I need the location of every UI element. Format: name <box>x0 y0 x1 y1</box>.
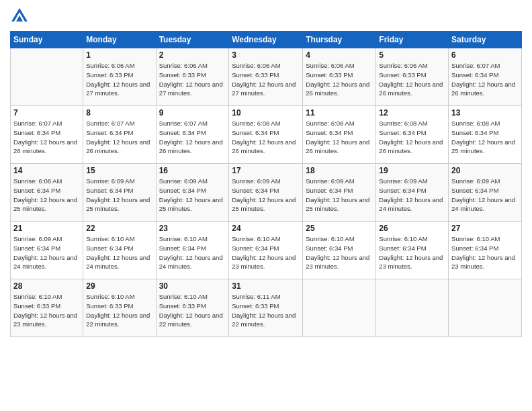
weekday-header-sunday: Sunday <box>11 32 83 48</box>
calendar-cell: 13Sunrise: 6:08 AMSunset: 6:34 PMDayligh… <box>449 106 522 164</box>
calendar-cell: 24Sunrise: 6:10 AMSunset: 6:34 PMDayligh… <box>229 222 303 279</box>
day-number: 8 <box>86 108 152 118</box>
day-number: 31 <box>232 281 300 291</box>
day-info: Sunrise: 6:10 AMSunset: 6:34 PMDaylight:… <box>306 234 373 271</box>
calendar-cell: 22Sunrise: 6:10 AMSunset: 6:34 PMDayligh… <box>83 222 156 279</box>
day-number: 12 <box>379 108 445 118</box>
calendar-cell: 4Sunrise: 6:06 AMSunset: 6:33 PMDaylight… <box>303 48 376 106</box>
day-number: 21 <box>13 224 80 233</box>
day-number: 15 <box>86 166 152 175</box>
page: SundayMondayTuesdayWednesdayThursdayFrid… <box>0 0 532 411</box>
day-info: Sunrise: 6:09 AMSunset: 6:34 PMDaylight:… <box>13 234 80 271</box>
day-info: Sunrise: 6:10 AMSunset: 6:34 PMDaylight:… <box>86 234 152 271</box>
day-number: 24 <box>232 224 300 233</box>
day-info: Sunrise: 6:10 AMSunset: 6:33 PMDaylight:… <box>159 292 226 329</box>
calendar-cell <box>449 279 522 337</box>
day-info: Sunrise: 6:06 AMSunset: 6:33 PMDaylight:… <box>379 61 445 98</box>
calendar-week-4: 21Sunrise: 6:09 AMSunset: 6:34 PMDayligh… <box>11 222 522 279</box>
calendar-cell: 2Sunrise: 6:06 AMSunset: 6:33 PMDaylight… <box>156 48 229 106</box>
calendar-cell <box>11 48 83 106</box>
calendar-cell: 10Sunrise: 6:08 AMSunset: 6:34 PMDayligh… <box>229 106 303 164</box>
calendar-cell: 3Sunrise: 6:06 AMSunset: 6:33 PMDaylight… <box>229 48 303 106</box>
day-info: Sunrise: 6:10 AMSunset: 6:34 PMDaylight:… <box>379 234 445 271</box>
calendar-cell <box>303 279 376 337</box>
day-info: Sunrise: 6:06 AMSunset: 6:33 PMDaylight:… <box>232 61 300 98</box>
day-number: 10 <box>232 108 300 118</box>
calendar-cell: 9Sunrise: 6:07 AMSunset: 6:34 PMDaylight… <box>156 106 229 164</box>
calendar-cell: 12Sunrise: 6:08 AMSunset: 6:34 PMDayligh… <box>376 106 449 164</box>
day-info: Sunrise: 6:08 AMSunset: 6:34 PMDaylight:… <box>232 119 300 156</box>
calendar-cell: 17Sunrise: 6:09 AMSunset: 6:34 PMDayligh… <box>229 164 303 222</box>
day-number: 6 <box>451 50 519 60</box>
calendar-cell: 18Sunrise: 6:09 AMSunset: 6:34 PMDayligh… <box>303 164 376 222</box>
day-number: 18 <box>306 166 373 175</box>
calendar-cell: 14Sunrise: 6:08 AMSunset: 6:34 PMDayligh… <box>11 164 83 222</box>
day-number: 5 <box>379 50 445 60</box>
weekday-header-thursday: Thursday <box>303 32 376 48</box>
calendar-cell: 19Sunrise: 6:09 AMSunset: 6:34 PMDayligh… <box>376 164 449 222</box>
day-number: 9 <box>159 108 226 118</box>
day-info: Sunrise: 6:08 AMSunset: 6:34 PMDaylight:… <box>13 177 80 214</box>
day-info: Sunrise: 6:09 AMSunset: 6:34 PMDaylight:… <box>379 177 445 214</box>
weekday-header-tuesday: Tuesday <box>156 32 229 48</box>
calendar-week-3: 14Sunrise: 6:08 AMSunset: 6:34 PMDayligh… <box>11 164 522 222</box>
day-info: Sunrise: 6:09 AMSunset: 6:34 PMDaylight:… <box>306 177 373 214</box>
day-number: 29 <box>86 281 152 291</box>
day-number: 30 <box>159 281 226 291</box>
calendar-cell: 31Sunrise: 6:11 AMSunset: 6:33 PMDayligh… <box>229 279 303 337</box>
day-number: 25 <box>306 224 373 233</box>
day-info: Sunrise: 6:11 AMSunset: 6:33 PMDaylight:… <box>232 292 300 329</box>
calendar-week-5: 28Sunrise: 6:10 AMSunset: 6:33 PMDayligh… <box>11 279 522 337</box>
calendar-cell: 28Sunrise: 6:10 AMSunset: 6:33 PMDayligh… <box>11 279 83 337</box>
weekday-header-saturday: Saturday <box>449 32 522 48</box>
calendar-header: SundayMondayTuesdayWednesdayThursdayFrid… <box>11 32 522 48</box>
calendar-cell: 29Sunrise: 6:10 AMSunset: 6:33 PMDayligh… <box>83 279 156 337</box>
calendar-cell: 15Sunrise: 6:09 AMSunset: 6:34 PMDayligh… <box>83 164 156 222</box>
calendar-week-1: 1Sunrise: 6:06 AMSunset: 6:33 PMDaylight… <box>11 48 522 106</box>
day-info: Sunrise: 6:09 AMSunset: 6:34 PMDaylight:… <box>159 177 226 214</box>
calendar-cell: 7Sunrise: 6:07 AMSunset: 6:34 PMDaylight… <box>11 106 83 164</box>
day-info: Sunrise: 6:08 AMSunset: 6:34 PMDaylight:… <box>451 119 519 156</box>
calendar-cell: 6Sunrise: 6:07 AMSunset: 6:34 PMDaylight… <box>449 48 522 106</box>
day-number: 11 <box>306 108 373 118</box>
day-number: 23 <box>159 224 226 233</box>
weekday-header-monday: Monday <box>83 32 156 48</box>
header <box>10 7 522 26</box>
day-info: Sunrise: 6:06 AMSunset: 6:33 PMDaylight:… <box>86 61 152 98</box>
calendar-body: 1Sunrise: 6:06 AMSunset: 6:33 PMDaylight… <box>11 48 522 337</box>
day-number: 1 <box>86 50 152 60</box>
calendar-cell: 23Sunrise: 6:10 AMSunset: 6:34 PMDayligh… <box>156 222 229 279</box>
day-info: Sunrise: 6:10 AMSunset: 6:34 PMDaylight:… <box>451 234 519 271</box>
calendar-cell: 27Sunrise: 6:10 AMSunset: 6:34 PMDayligh… <box>449 222 522 279</box>
day-number: 2 <box>159 50 226 60</box>
day-number: 13 <box>451 108 519 118</box>
day-number: 16 <box>159 166 226 175</box>
day-number: 17 <box>232 166 300 175</box>
day-info: Sunrise: 6:07 AMSunset: 6:34 PMDaylight:… <box>159 119 226 156</box>
day-info: Sunrise: 6:10 AMSunset: 6:33 PMDaylight:… <box>13 292 80 329</box>
day-info: Sunrise: 6:06 AMSunset: 6:33 PMDaylight:… <box>159 61 226 98</box>
logo-icon <box>10 7 29 26</box>
weekday-header-wednesday: Wednesday <box>229 32 303 48</box>
calendar-cell: 16Sunrise: 6:09 AMSunset: 6:34 PMDayligh… <box>156 164 229 222</box>
day-info: Sunrise: 6:07 AMSunset: 6:34 PMDaylight:… <box>86 119 152 156</box>
day-info: Sunrise: 6:07 AMSunset: 6:34 PMDaylight:… <box>13 119 80 156</box>
day-number: 3 <box>232 50 300 60</box>
day-info: Sunrise: 6:06 AMSunset: 6:33 PMDaylight:… <box>306 61 373 98</box>
logo <box>10 7 32 26</box>
day-number: 19 <box>379 166 445 175</box>
calendar-cell: 5Sunrise: 6:06 AMSunset: 6:33 PMDaylight… <box>376 48 449 106</box>
calendar-cell: 1Sunrise: 6:06 AMSunset: 6:33 PMDaylight… <box>83 48 156 106</box>
calendar: SundayMondayTuesdayWednesdayThursdayFrid… <box>10 31 522 337</box>
day-info: Sunrise: 6:10 AMSunset: 6:34 PMDaylight:… <box>159 234 226 271</box>
day-number: 14 <box>13 166 80 175</box>
day-number: 27 <box>451 224 519 233</box>
calendar-cell <box>376 279 449 337</box>
day-info: Sunrise: 6:08 AMSunset: 6:34 PMDaylight:… <box>306 119 373 156</box>
calendar-cell: 30Sunrise: 6:10 AMSunset: 6:33 PMDayligh… <box>156 279 229 337</box>
day-number: 26 <box>379 224 445 233</box>
calendar-cell: 11Sunrise: 6:08 AMSunset: 6:34 PMDayligh… <box>303 106 376 164</box>
weekday-row: SundayMondayTuesdayWednesdayThursdayFrid… <box>11 32 522 48</box>
day-info: Sunrise: 6:09 AMSunset: 6:34 PMDaylight:… <box>232 177 300 214</box>
calendar-cell: 21Sunrise: 6:09 AMSunset: 6:34 PMDayligh… <box>11 222 83 279</box>
